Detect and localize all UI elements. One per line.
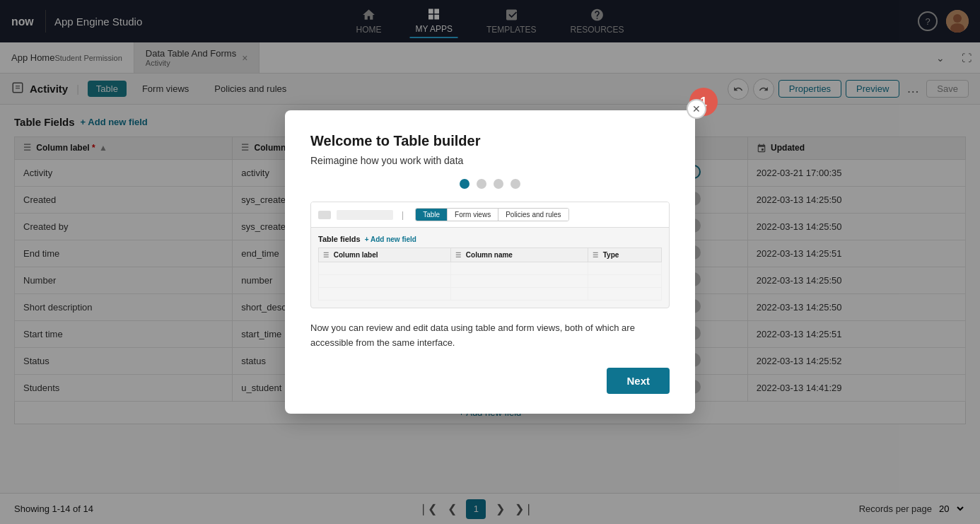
next-button[interactable]: Next: [607, 368, 670, 394]
modal-subtitle: Reimagine how you work with data: [310, 155, 670, 166]
preview-body: Table fields + Add new field ☰ Column la…: [311, 228, 669, 308]
step-dot-1[interactable]: [460, 179, 469, 189]
preview-table-mini: ☰ Column label ☰ Column name ☰ Type: [318, 248, 662, 301]
preview-tab-table[interactable]: Table: [416, 209, 448, 221]
preview-add-link[interactable]: + Add new field: [365, 235, 416, 243]
step-dot-2[interactable]: [477, 179, 486, 189]
preview-tab-policies[interactable]: Policies and rules: [498, 209, 568, 221]
preview-tb-icon: [318, 211, 331, 219]
preview-tab-form[interactable]: Form views: [448, 209, 498, 221]
modal-overlay: 1 ✕ Welcome to Table builder Reimagine h…: [0, 0, 980, 524]
preview-fields-title: Table fields + Add new field: [318, 235, 662, 243]
preview-tabs: Table Form views Policies and rules: [415, 208, 568, 221]
modal-title: Welcome to Table builder: [310, 133, 670, 149]
step-dots: [310, 179, 670, 189]
modal-preview: | Table Form views Policies and rules Ta…: [310, 202, 670, 308]
modal-close-button[interactable]: ✕: [687, 99, 706, 119]
step-dot-3[interactable]: [494, 179, 503, 189]
modal-footer: Next: [310, 368, 670, 394]
step-dot-4[interactable]: [511, 179, 520, 189]
preview-tb-input: [337, 210, 393, 220]
welcome-modal: 1 ✕ Welcome to Table builder Reimagine h…: [285, 110, 695, 414]
modal-body-text: Now you can review and edit data using t…: [310, 321, 670, 351]
preview-toolbar: | Table Form views Policies and rules: [311, 202, 669, 228]
